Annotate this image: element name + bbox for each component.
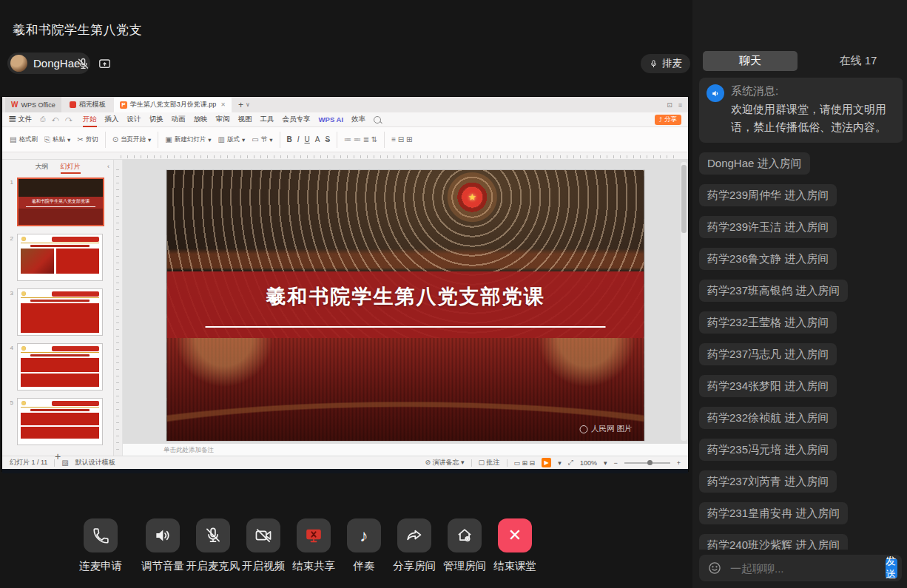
zoom-slider[interactable]	[624, 462, 670, 464]
slide-thumbnail-1[interactable]: 1 羲和书院学生第八党支部党课	[7, 178, 109, 226]
menu-animation[interactable]: 动画	[172, 115, 186, 124]
share-room-button[interactable]: 分享房间	[389, 518, 439, 573]
wps-document-tab[interactable]: P 学生第八党支部3月份党课.pp ✕	[114, 97, 232, 112]
stop-share-button[interactable]: 结束共享	[289, 518, 339, 573]
share-arrow-icon[interactable]	[397, 518, 431, 552]
add-slide-button[interactable]: +	[7, 453, 109, 460]
volume-button[interactable]: 调节音量	[138, 518, 188, 573]
mic-muted-icon[interactable]	[74, 55, 92, 72]
wps-share-button[interactable]: ⤴ 分享	[655, 115, 681, 125]
window-icon[interactable]: ≡	[678, 101, 682, 109]
menu-file[interactable]: ☰ 文件	[9, 115, 32, 124]
menu-transition[interactable]: 切换	[149, 115, 163, 124]
menu-member[interactable]: 会员专享	[283, 115, 311, 124]
menu-efficiency[interactable]: 效率	[351, 115, 365, 124]
accompaniment-button[interactable]: ♪ 伴奏	[339, 518, 389, 573]
mic-on-button[interactable]: 开启麦克风	[188, 518, 238, 573]
menu-review[interactable]: 审阅	[216, 115, 230, 124]
zoom-out-icon[interactable]: −	[613, 459, 617, 467]
paragraph-icons[interactable]: ≡ ⊟ ⊞	[391, 135, 412, 143]
layout-button[interactable]: ▥版式 ▾	[218, 135, 246, 144]
message-list[interactable]: 系统消息: 欢迎使用群课堂，请使用文明用语，禁止传播低俗、违法内容。 DongH…	[699, 78, 903, 550]
wps-logo-icon: W	[11, 101, 18, 109]
system-message-title: 系统消息:	[731, 84, 896, 98]
join-message: 药学235冯元培 进入房间	[699, 439, 837, 461]
window-icon[interactable]: ⊡	[667, 101, 672, 109]
canvas-scrollbar[interactable]	[681, 162, 687, 441]
call-request-button[interactable]: 连麦申请	[75, 518, 126, 573]
tab-close-icon[interactable]: ✕	[220, 101, 226, 108]
view-mode-icons[interactable]: ▭ ⊞ ⊟	[514, 459, 536, 467]
manage-room-button[interactable]: 管理房间	[439, 518, 490, 573]
font-format-buttons[interactable]: BI UA S	[287, 135, 331, 143]
new-slide-button[interactable]: ▣新建幻灯片 ▾	[165, 135, 211, 144]
join-message: 药学232徐祯航 进入房间	[699, 407, 837, 429]
join-message: DongHae 进入房间	[699, 152, 810, 175]
wps-tabbar-right-icons: ⊡ ≡	[667, 101, 688, 109]
star-emblem-icon: ★	[468, 192, 476, 203]
tab-chat[interactable]: 聊天	[703, 51, 798, 71]
collapse-panel-icon[interactable]: ‹	[107, 163, 109, 170]
slide-thumbnail-3[interactable]: 3	[7, 288, 109, 336]
wps-ribbon: ▤格式刷 ⎘粘贴 ▾ ✂剪切 ⊙当页开始 ▾ ▣新建幻灯片 ▾ ▥版式 ▾ ▭节…	[2, 127, 688, 152]
search-icon[interactable]	[374, 116, 381, 124]
music-note-icon[interactable]: ♪	[347, 518, 381, 552]
menu-slideshow[interactable]: 放映	[194, 115, 208, 124]
menu-home[interactable]: 开始	[83, 115, 97, 124]
queue-mic-button[interactable]: 排麦	[641, 54, 690, 73]
new-tab-icon[interactable]: +	[238, 100, 243, 110]
format-painter-button[interactable]: ▤格式刷	[10, 135, 38, 144]
screen-share-icon[interactable]	[95, 55, 113, 72]
tab-online[interactable]: 在线 17	[817, 51, 900, 71]
end-class-x-icon[interactable]: ✕	[498, 518, 532, 552]
slide-thumbnail-panel: 大纲 幻灯片 ‹ 1 羲和书院学生第八党支部党课 2 3	[2, 160, 114, 456]
end-class-button[interactable]: ✕ 结束课堂	[490, 518, 540, 573]
watermark-logo-icon	[579, 425, 587, 433]
paste-button[interactable]: ⎘粘贴 ▾	[44, 135, 70, 144]
cut-button[interactable]: ✂剪切	[77, 135, 98, 144]
wps-docer-tab[interactable]: 稻壳模板	[64, 97, 112, 112]
slide-thumbnail-5[interactable]: 5	[7, 398, 109, 445]
control-toolbar: 连麦申请 调节音量 开启麦克风 开启视频	[0, 518, 654, 573]
menu-design[interactable]: 设计	[127, 115, 141, 124]
menu-tools[interactable]: 工具	[260, 115, 274, 124]
zoom-caret-icon[interactable]: ▾	[604, 459, 607, 467]
tab-list-caret-icon[interactable]: ∨	[246, 101, 250, 108]
fit-window-icon[interactable]: ⤢	[568, 459, 573, 467]
wps-menubar: ☰ 文件 ⎙ ↶ ↷ 开始 插入 设计 切换 动画 放映 审阅 视图 工具 会员…	[2, 112, 688, 127]
outline-tab[interactable]: 大纲	[36, 162, 49, 172]
stop-share-icon[interactable]	[297, 518, 331, 552]
chat-message-input[interactable]	[729, 561, 879, 575]
menu-view[interactable]: 视图	[238, 115, 252, 124]
taskbar-strip	[2, 469, 688, 473]
slideshow-play-icon[interactable]: ▶	[542, 458, 551, 467]
comments-button[interactable]: ▢ 批注	[479, 458, 500, 467]
menu-wps-ai[interactable]: WPS AI	[319, 115, 343, 124]
speaker-notes-button[interactable]: ⊘ 演讲备忘 ▾	[425, 458, 464, 467]
system-message-body: 欢迎使用群课堂，请使用文明用语，禁止传播低俗、违法内容。	[731, 101, 896, 136]
menu-insert[interactable]: 插入	[105, 115, 119, 124]
slide-thumbnail-2[interactable]: 2	[7, 234, 109, 281]
video-on-button[interactable]: 开启视频	[238, 518, 289, 573]
mic-off-icon[interactable]	[196, 518, 230, 552]
home-manage-icon[interactable]	[448, 518, 482, 552]
slide-thumbnail-4[interactable]: 4	[7, 343, 109, 391]
play-caret-icon[interactable]: ▾	[558, 459, 562, 467]
camera-off-icon[interactable]	[246, 518, 280, 552]
photo-watermark: 人民网 图片	[579, 424, 632, 434]
section-button[interactable]: ▭节 ▾	[252, 135, 272, 144]
chat-input-bar: 发送	[699, 555, 902, 581]
play-from-current-button[interactable]: ⊙当页开始 ▾	[112, 135, 152, 144]
zoom-level[interactable]: 100%	[580, 459, 597, 467]
notes-placeholder[interactable]: 单击此处添加备注	[123, 443, 688, 456]
send-button[interactable]: 发送	[886, 558, 897, 578]
phone-icon[interactable]	[84, 518, 118, 552]
wps-app-tab[interactable]: W WPS Office	[5, 97, 61, 112]
emoji-icon[interactable]	[707, 561, 722, 575]
slides-tab[interactable]: 幻灯片	[61, 162, 81, 172]
list-format-icons[interactable]: ≔ ≕ ≣ ⇅	[344, 135, 377, 143]
join-message: 药学240班沙紫辉 进入房间	[699, 534, 848, 550]
zoom-in-icon[interactable]: +	[677, 459, 681, 467]
quick-access-icons[interactable]: ⎙ ↶ ↷	[40, 115, 74, 124]
speaker-icon[interactable]	[146, 518, 180, 552]
